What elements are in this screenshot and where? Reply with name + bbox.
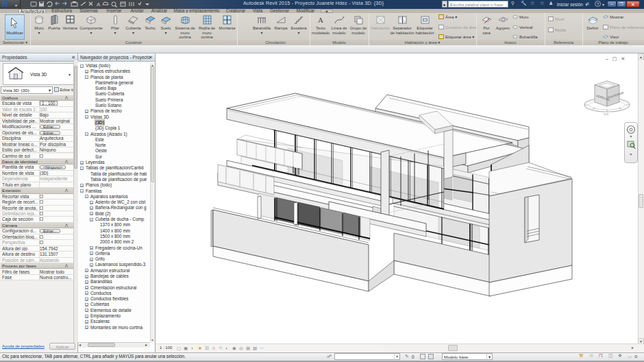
svg-text:A: A (318, 16, 323, 24)
svg-text:SUR: SUR (604, 113, 609, 116)
svg-text:A: A (97, 1, 101, 8)
